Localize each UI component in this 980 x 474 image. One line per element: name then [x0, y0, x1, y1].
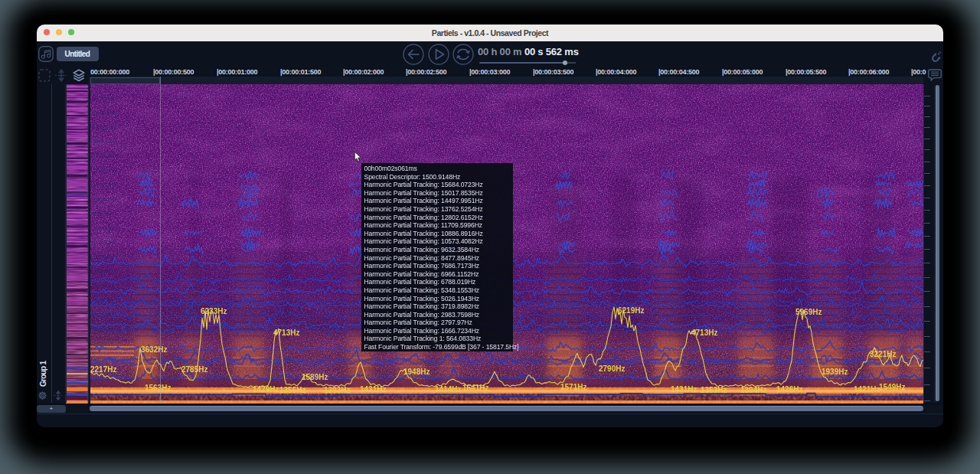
svg-text:1393Hz: 1393Hz: [324, 386, 350, 394]
svg-text:1353Hz: 1353Hz: [701, 386, 727, 394]
svg-text:1571Hz: 1571Hz: [560, 383, 586, 391]
svg-text:16000Hz: 16000Hz: [93, 167, 117, 174]
svg-text:1426Hz: 1426Hz: [776, 385, 802, 394]
svg-text:1589Hz: 1589Hz: [302, 373, 328, 381]
svg-text:2785Hz: 2785Hz: [181, 365, 207, 374]
svg-text:1421Hz: 1421Hz: [854, 385, 880, 394]
svg-text:1939Hz: 1939Hz: [822, 368, 848, 376]
svg-text:4713Hz: 4713Hz: [273, 329, 299, 337]
svg-text:14000Hz: 14000Hz: [93, 196, 117, 203]
svg-text:18000Hz: 18000Hz: [93, 138, 117, 145]
svg-text:1355Hz: 1355Hz: [279, 386, 305, 394]
svg-text:2217Hz: 2217Hz: [90, 365, 116, 374]
svg-text:1549Hz: 1549Hz: [879, 383, 905, 391]
svg-text:1948Hz: 1948Hz: [403, 368, 430, 376]
svg-text:17000Hz: 17000Hz: [93, 152, 117, 159]
svg-text:6219Hz: 6219Hz: [618, 306, 644, 315]
svg-text:19000Hz: 19000Hz: [93, 124, 117, 131]
svg-text:5969Hz: 5969Hz: [795, 308, 822, 316]
svg-text:1429Hz: 1429Hz: [253, 385, 279, 394]
svg-text:1394Hz: 1394Hz: [740, 386, 766, 394]
svg-text:13000Hz: 13000Hz: [93, 211, 117, 217]
svg-text:2790Hz: 2790Hz: [599, 364, 625, 373]
svg-text:1414Hz: 1414Hz: [435, 385, 461, 394]
svg-text:4713Hz: 4713Hz: [691, 329, 717, 337]
svg-text:1563Hz: 1563Hz: [145, 384, 171, 392]
svg-text:11000Hz: 11000Hz: [93, 239, 116, 246]
svg-text:12000Hz: 12000Hz: [93, 225, 117, 232]
svg-text:1431Hz: 1431Hz: [360, 385, 386, 394]
svg-text:3221Hz: 3221Hz: [870, 350, 896, 358]
svg-text:21000Hz: 21000Hz: [93, 95, 117, 102]
svg-text:6233Hz: 6233Hz: [201, 307, 227, 315]
svg-text:20000Hz: 20000Hz: [93, 110, 117, 116]
svg-text:1641Hz: 1641Hz: [462, 384, 488, 392]
svg-text:15000Hz: 15000Hz: [93, 181, 117, 188]
svg-text:1431Hz: 1431Hz: [671, 385, 697, 394]
svg-text:3632Hz: 3632Hz: [141, 345, 167, 354]
